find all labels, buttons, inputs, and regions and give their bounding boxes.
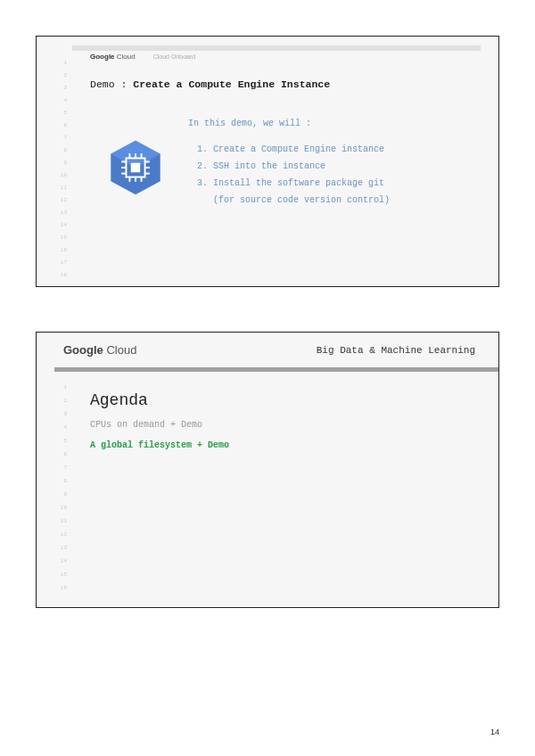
demo-step-1: 1. Create a Compute Engine instance (188, 141, 473, 158)
lineno: 14 (51, 558, 67, 564)
lineno: 8 (51, 478, 67, 484)
lineno: 13 (51, 545, 67, 551)
lineno: 16 (51, 585, 67, 591)
agenda-title: Agenda (90, 391, 498, 409)
logo-bold-2: Google (63, 343, 103, 357)
svg-rect-3 (131, 163, 141, 173)
logo-bold: Google (90, 53, 115, 61)
cloud-onboard-label: Cloud Onboard (153, 53, 195, 60)
lineno: 11 (51, 185, 67, 191)
lineno: 3 (51, 411, 67, 417)
lineno: 6 (51, 451, 67, 457)
demo-title-bold: Create a Compute Engine Instance (133, 78, 330, 90)
lineno: 13 (51, 210, 67, 216)
lineno: 5 (51, 110, 67, 116)
page-number: 14 (490, 727, 499, 736)
lineno: 2 (51, 398, 67, 404)
lineno: 3 (51, 85, 67, 91)
lineno: 10 (51, 172, 67, 178)
demo-prefix: Demo : (90, 78, 133, 90)
slide2-line-numbers: 1 2 3 4 5 6 7 8 9 10 11 12 13 14 15 16 (51, 384, 67, 607)
slide1-line-numbers: 1 2 3 4 5 6 7 8 9 10 11 12 13 14 15 16 1… (51, 37, 67, 286)
demo-body: In this demo, we will : 1. Create a Comp… (188, 115, 473, 209)
lineno: 17 (51, 259, 67, 266)
slide2-bar (54, 367, 498, 372)
lineno: 16 (51, 247, 67, 253)
google-cloud-logo: Google Cloud (90, 53, 136, 61)
lineno: 6 (51, 122, 67, 128)
demo-title: Demo : Create a Compute Engine Instance (90, 78, 498, 90)
lineno: 11 (51, 518, 67, 524)
google-cloud-logo-big: Google Cloud (63, 343, 136, 357)
slide-2: Google Cloud Big Data & Machine Learning… (36, 332, 499, 608)
agenda-line-1: CPUs on demand + Demo (90, 420, 498, 430)
lineno: 10 (51, 505, 67, 511)
demo-step-3b: (for source code version control) (188, 192, 473, 209)
lineno: 15 (51, 234, 67, 241)
agenda-line-2: A global filesystem + Demo (90, 440, 498, 450)
slide1-topbar (72, 45, 481, 51)
lineno: 12 (51, 531, 67, 538)
slide2-header: Google Cloud Big Data & Machine Learning (63, 343, 475, 357)
lineno: 9 (51, 160, 67, 166)
demo-step-2: 2. SSH into the instance (188, 158, 473, 175)
lineno: 4 (51, 424, 67, 431)
big-data-ml-label: Big Data & Machine Learning (317, 345, 475, 356)
lineno: 5 (51, 438, 67, 444)
demo-step-3a: 3. Install the software package git (188, 175, 473, 192)
lineno: 4 (51, 97, 67, 103)
lineno: 2 (51, 72, 67, 78)
lineno: 9 (51, 491, 67, 497)
logo-suffix-2: Cloud (103, 343, 137, 357)
lineno: 7 (51, 464, 67, 471)
lineno: 18 (51, 272, 67, 278)
slide1-header: Google Cloud Cloud Onboard (90, 53, 481, 61)
lineno: 15 (51, 571, 67, 578)
lineno: 8 (51, 147, 67, 153)
lineno: 1 (51, 384, 67, 390)
logo-suffix: Cloud (115, 53, 136, 61)
lineno: 7 (51, 135, 67, 141)
lineno: 14 (51, 222, 67, 228)
demo-lead: In this demo, we will : (188, 115, 473, 132)
slide-1: Google Cloud Cloud Onboard 1 2 3 4 5 6 7… (36, 36, 499, 287)
compute-engine-icon (106, 138, 165, 197)
lineno: 12 (51, 197, 67, 203)
lineno: 1 (51, 60, 67, 66)
